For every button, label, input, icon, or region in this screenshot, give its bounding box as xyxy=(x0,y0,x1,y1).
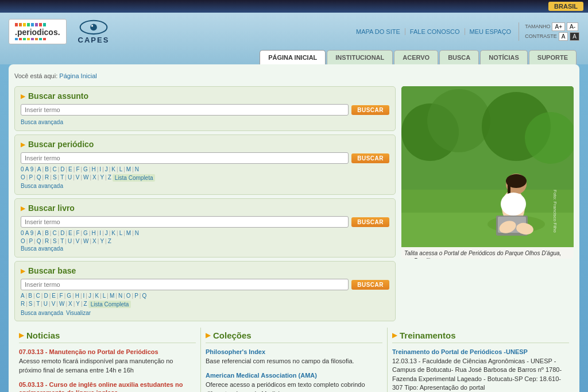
alpha-z-periodico[interactable]: Z xyxy=(108,174,111,182)
alpha-s-periodico[interactable]: S xyxy=(53,174,57,182)
alpha-r-periodico[interactable]: R xyxy=(45,174,49,182)
contraste-a1-button[interactable]: A xyxy=(559,32,568,41)
breadcrumb-link[interactable]: Página Inicial xyxy=(59,72,96,79)
nav-tabs: PÁGINA INICIAL INSTITUCIONAL ACERVO BUSC… xyxy=(0,50,588,64)
buscar-periodico-row: BUSCAR xyxy=(21,152,389,164)
buscar-periodico-input[interactable] xyxy=(21,152,349,164)
collection-item-2: American Medical Association (AMA) Ofere… xyxy=(206,371,382,392)
search-panels: Buscar assunto BUSCAR Busca avançada Bus… xyxy=(14,86,396,325)
training-desc-1: 12.03.13 - Faculdade de Ciências Agronôm… xyxy=(392,357,569,392)
tab-busca[interactable]: BUSCA xyxy=(439,50,479,64)
svg-text:Foto: Francisco Filho: Foto: Francisco Filho xyxy=(552,190,558,233)
training-title-1[interactable]: Treinamento do Portal de Periódicos -UNE… xyxy=(392,348,528,355)
alpha-y-periodico[interactable]: Y xyxy=(100,174,104,182)
alpha-e-periodico[interactable]: E xyxy=(68,166,72,172)
treinamentos-title: Treinamentos xyxy=(392,330,569,343)
alpha-c-periodico[interactable]: C xyxy=(52,166,56,172)
alpha-a-livro[interactable]: A xyxy=(37,230,41,236)
livro-advanced-link[interactable]: Busca avançada xyxy=(21,245,63,252)
fale-conosco-link[interactable]: FALE CONOSCO xyxy=(405,28,465,35)
alpha-m-periodico[interactable]: M xyxy=(126,166,131,172)
tab-institucional[interactable]: INSTITUCIONAL xyxy=(327,50,393,64)
buscar-livro-button[interactable]: BUSCAR xyxy=(351,217,389,227)
news-item-1: 07.03.13 - Manutenção no Portal de Perió… xyxy=(19,348,196,375)
lista-completa-base-link[interactable]: Lista Completa xyxy=(88,301,131,308)
collection-title-2[interactable]: American Medical Association (AMA) xyxy=(206,372,317,379)
font-plus-button[interactable]: A+ xyxy=(552,22,565,31)
alpha-u-periodico[interactable]: U xyxy=(68,174,72,182)
tab-noticias[interactable]: NOTÍCIAS xyxy=(480,50,528,64)
brasil-button[interactable]: BRASIL xyxy=(548,2,583,11)
alpha-q-periodico[interactable]: Q xyxy=(37,174,41,182)
periodico-alphabet-row2: O | P | Q | R | S | T | U | V xyxy=(21,174,389,182)
alpha-o-periodico[interactable]: O xyxy=(21,174,25,182)
alpha-t-periodico[interactable]: T xyxy=(60,174,64,182)
buscar-assunto-input[interactable] xyxy=(21,104,349,116)
contraste-label: CONTRASTE xyxy=(525,33,557,39)
tab-suporte[interactable]: SUPORTE xyxy=(529,50,577,64)
capes-logo: CAPES xyxy=(78,18,110,44)
alpha-0a9-livro[interactable]: 0 A 9 xyxy=(21,230,33,236)
buscar-periodico-button[interactable]: BUSCAR xyxy=(351,153,389,163)
alpha-h-periodico[interactable]: H xyxy=(92,166,96,172)
noticias-title: Noticias xyxy=(19,330,196,343)
buscar-assunto-row: BUSCAR xyxy=(21,104,389,116)
base-advanced-link[interactable]: Busca avançada xyxy=(21,310,63,316)
buscar-assunto-button[interactable]: BUSCAR xyxy=(351,105,389,115)
alpha-x-periodico[interactable]: X xyxy=(92,174,96,182)
tab-pagina-inicial[interactable]: PÁGINA INICIAL xyxy=(260,50,326,64)
collection-desc-1: Base referencial com resumos no campo da… xyxy=(206,357,382,366)
news-title-2[interactable]: 05.03.13 - Curso de inglês online auxili… xyxy=(19,381,183,392)
alpha-n-periodico[interactable]: N xyxy=(135,166,139,172)
noticias-column: Noticias 07.03.13 - Manutenção no Portal… xyxy=(14,328,201,392)
alpha-0a9-periodico[interactable]: 0 A 9 xyxy=(21,166,33,172)
alpha-k-periodico[interactable]: K xyxy=(111,166,115,172)
buscar-livro-panel: Buscar livro BUSCAR 0 A 9 | A | B | C | xyxy=(14,198,396,258)
svg-point-2 xyxy=(91,25,93,26)
periodico-alphabet-row1: 0 A 9 | A | B | C | D | E | F | xyxy=(21,166,389,172)
meu-espaco-link[interactable]: MEU ESPAÇO xyxy=(465,28,516,35)
buscar-base-input[interactable] xyxy=(21,279,349,290)
alpha-v-periodico[interactable]: V xyxy=(76,174,80,182)
buscar-assunto-advanced-link[interactable]: Busca avançada xyxy=(21,119,63,125)
alpha-l-periodico[interactable]: L xyxy=(119,166,123,172)
buscar-periodico-panel: Buscar periódico BUSCAR 0 A 9 | A | B | … xyxy=(14,134,396,195)
collection-desc-2: Oferece acesso a periódicos em texto com… xyxy=(206,381,382,392)
capes-eye-icon xyxy=(79,18,108,36)
colecoes-title: Coleções xyxy=(206,330,382,343)
alpha-d-periodico[interactable]: D xyxy=(60,166,64,172)
mapa-site-link[interactable]: MAPA DO SITE xyxy=(351,28,405,35)
alpha-f-periodico[interactable]: F xyxy=(76,166,79,172)
livro-alphabet-row2: O | P | Q | R | S | T | U | V xyxy=(21,238,389,244)
alpha-p-periodico[interactable]: P xyxy=(29,174,33,182)
top-bar: BRASIL xyxy=(0,0,588,13)
tamanho-label: TAMANHO xyxy=(525,24,550,29)
alpha-b-periodico[interactable]: B xyxy=(45,166,49,172)
header-controls: MAPA DO SITE FALE CONOSCO MEU ESPAÇO TAM… xyxy=(351,22,579,41)
tab-acervo[interactable]: ACERVO xyxy=(394,50,438,64)
alpha-g-periodico[interactable]: G xyxy=(83,166,88,172)
base-advanced-row: Busca avançada Visualizar xyxy=(21,310,389,316)
livro-alphabet-row1: 0 A 9 | A | B | C | D | E | F | xyxy=(21,230,389,236)
lista-completa-periodico-link[interactable]: Lista Completa xyxy=(113,174,156,182)
alpha-w-periodico[interactable]: W xyxy=(83,174,88,182)
news-desc-1: Acesso remoto ficará indisponível para m… xyxy=(19,357,196,375)
news-title-1[interactable]: 07.03.13 - Manutenção no Portal de Perió… xyxy=(19,348,158,355)
collection-title-1[interactable]: Philosopher's Index xyxy=(206,348,265,355)
buscar-livro-input[interactable] xyxy=(21,216,349,228)
buscar-livro-title: Buscar livro xyxy=(21,203,389,213)
alpha-a-periodico[interactable]: A xyxy=(37,166,41,172)
base-visualizar-link[interactable]: Visualizar xyxy=(66,310,91,316)
alpha-i-periodico[interactable]: I xyxy=(99,166,101,172)
buscar-base-row: BUSCAR xyxy=(21,279,389,290)
contraste-a2-button[interactable]: A xyxy=(570,32,579,41)
buscar-base-button[interactable]: BUSCAR xyxy=(351,280,389,290)
buscar-base-title: Buscar base xyxy=(21,266,389,275)
font-minus-button[interactable]: A- xyxy=(567,22,578,31)
buscar-assunto-panel: Buscar assunto BUSCAR Busca avançada xyxy=(14,86,396,131)
alpha-j-periodico[interactable]: J xyxy=(105,166,108,172)
header: .periodicos. xyxy=(0,13,588,50)
periodico-advanced-link[interactable]: Busca avançada xyxy=(21,183,63,189)
feature-image-bg: Foto: Francisco Filho xyxy=(401,86,574,247)
capes-label: CAPES xyxy=(78,36,110,44)
